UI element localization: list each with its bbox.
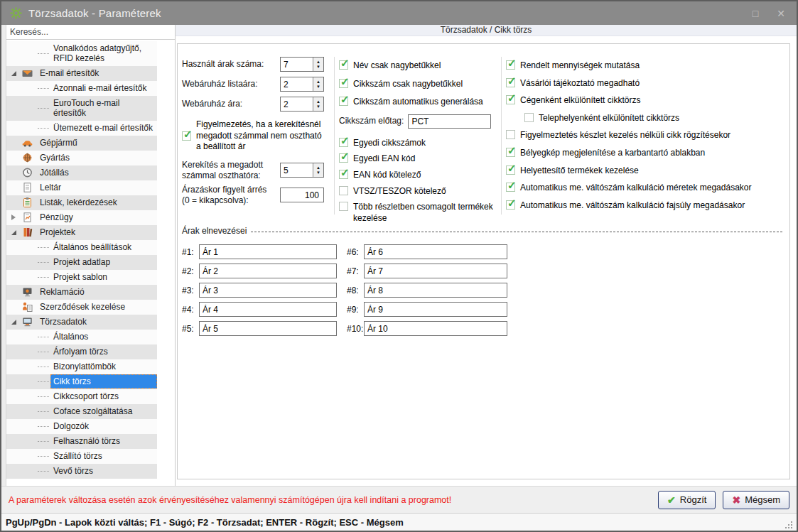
tree-item[interactable]: EuroTouch e-mail értesítők <box>6 96 157 121</box>
tree-item[interactable]: Projektek <box>6 225 157 240</box>
checkbox-row[interactable]: Telephelyenként elkülönített cikktörzs <box>524 112 785 124</box>
tree-item[interactable]: Azonnali e-mail értesítők <box>6 81 157 96</box>
tree-item[interactable]: Dolgozók <box>6 419 157 434</box>
tree-item[interactable]: Ütemezett e-mail értesítők <box>6 121 157 136</box>
tree-item[interactable]: Szerződések kezelése <box>6 300 157 315</box>
checkbox-unchecked[interactable] <box>524 113 534 122</box>
tree-item[interactable]: Coface szolgáltatása <box>6 404 157 419</box>
checkbox-checked[interactable] <box>182 131 191 141</box>
tree-item[interactable]: Szállító törzs <box>6 449 157 464</box>
checkbox-row[interactable]: Egyedi EAN kód <box>339 153 500 165</box>
price-name-input[interactable] <box>364 283 507 298</box>
checkbox-checked[interactable] <box>506 183 515 192</box>
spinner-up-down-icon[interactable]: ▲▼ <box>313 77 323 91</box>
collapse-arrow-icon[interactable] <box>11 230 20 235</box>
checkbox-checked[interactable] <box>506 165 515 175</box>
price-name-input[interactable] <box>199 283 337 298</box>
checkbox-row[interactable]: Helyettesítő termékek kezelése <box>506 165 785 177</box>
tree-item[interactable]: Jótállás <box>6 165 157 180</box>
price-name-input[interactable] <box>199 264 337 278</box>
tree-item[interactable]: Vevő törzs <box>6 464 157 479</box>
checkbox-row[interactable]: Vásárlói tájékoztató megadható <box>506 77 785 89</box>
tree-item[interactable]: Reklamáció <box>6 285 157 300</box>
checkbox-row[interactable]: VTSZ/TESZOR kötelező <box>339 185 500 197</box>
tree-item[interactable]: Általános beállítások <box>6 240 157 255</box>
content-frame: Használt árak száma: 7 ▲▼ Webáruház list… <box>177 43 790 479</box>
sidebar-splitter[interactable] <box>1 25 6 486</box>
checkbox-row[interactable]: Rendelt mennyiségek mutatása <box>506 60 785 72</box>
checkbox-row[interactable]: Egyedi cikkszámok <box>339 137 500 149</box>
checkbox-checked[interactable] <box>339 153 348 163</box>
checkbox-checked[interactable] <box>506 78 515 87</box>
collapse-arrow-icon[interactable] <box>11 71 20 76</box>
rounding-divisor-spinner[interactable]: 5 ▲▼ <box>280 163 324 178</box>
checkbox-unchecked[interactable] <box>339 202 348 211</box>
checkbox-row[interactable]: Név csak nagybetűkkel <box>339 60 500 72</box>
tree-item[interactable]: Törzsadatok <box>6 315 157 330</box>
checkbox-checked[interactable] <box>506 60 515 70</box>
checkbox-checked[interactable] <box>339 79 348 88</box>
price-name-input[interactable] <box>199 321 337 336</box>
checkbox-checked[interactable] <box>339 138 348 147</box>
tree-item[interactable]: Leltár <box>6 180 157 195</box>
checkbox-checked[interactable] <box>339 60 348 70</box>
webshop-listprice-spinner[interactable]: 2 ▲▼ <box>280 77 324 92</box>
spinner-up-down-icon[interactable]: ▲▼ <box>313 163 323 177</box>
checkbox-row[interactable]: Figyelmeztetés készlet kezelés nélküli c… <box>506 129 785 141</box>
tree-item[interactable]: E-mail értesítők <box>6 66 157 81</box>
used-prices-value: 7 <box>281 58 313 71</box>
checkbox-checked[interactable] <box>506 200 515 210</box>
checkbox-checked[interactable] <box>506 95 515 104</box>
tree-item[interactable]: Listák, lekérdezések <box>6 195 157 210</box>
price-name-input[interactable] <box>199 302 337 317</box>
checkbox-row[interactable]: Cikkszám automatikus generálása <box>339 96 500 108</box>
checkbox-row[interactable]: Cikkszám csak nagybetűkkel <box>339 78 500 90</box>
watched-margin-input[interactable] <box>280 188 324 202</box>
tree-item[interactable]: Projekt sablon <box>6 270 157 285</box>
resize-grip[interactable] <box>784 521 794 531</box>
main-area: Törzsadatok / Cikk törzs Használt árak s… <box>175 25 797 486</box>
tree-item[interactable]: Pénzügy <box>6 210 157 225</box>
checkbox-row[interactable]: Bélyegkép megjelenítése a karbantartó ab… <box>506 147 785 159</box>
close-button[interactable]: ✕ <box>777 9 785 18</box>
article-prefix-input[interactable] <box>408 114 491 129</box>
checkbox-row[interactable]: Automatikus me. váltószám kalkuláció faj… <box>506 200 785 212</box>
price-name-input[interactable] <box>364 321 507 336</box>
checkbox-checked[interactable] <box>506 148 515 157</box>
checkbox-checked[interactable] <box>339 170 348 179</box>
save-button[interactable]: ✔ Rögzít <box>658 491 716 509</box>
webshop-price-spinner[interactable]: 2 ▲▼ <box>280 97 324 112</box>
checkbox-row[interactable]: Több részletben csomagolt termékek kezel… <box>339 201 500 224</box>
tree-item[interactable]: Cikkcsoport törzs <box>6 389 157 404</box>
tree-item-label: EuroTouch e-mail értesítők <box>50 96 157 121</box>
used-prices-spinner[interactable]: 7 ▲▼ <box>280 57 324 72</box>
rounding-warning-checkbox-row[interactable]: Figyelmezetés, ha a kerekítésnél megadot… <box>182 119 333 153</box>
tree-item[interactable]: Felhasználó törzs <box>6 434 157 449</box>
price-name-input[interactable] <box>364 244 507 259</box>
search-input[interactable] <box>6 25 175 40</box>
checkbox-row[interactable]: EAN kód kötelező <box>339 169 500 181</box>
expand-arrow-icon[interactable] <box>11 215 20 220</box>
tree-item[interactable]: Általános <box>6 330 157 344</box>
tree-item[interactable]: Projekt adatlap <box>6 255 157 270</box>
maximize-button[interactable]: □ <box>753 9 758 18</box>
checkbox-unchecked[interactable] <box>506 130 515 139</box>
tree-item[interactable]: Vonalkódos adatgyűjtő, RFID kezelés <box>6 41 157 66</box>
price-name-label: #1: <box>182 247 199 257</box>
spinner-up-down-icon[interactable]: ▲▼ <box>313 58 323 71</box>
tree-item[interactable]: Gyártás <box>6 151 157 165</box>
price-name-input[interactable] <box>199 244 337 259</box>
spinner-up-down-icon[interactable]: ▲▼ <box>313 97 323 111</box>
checkbox-row[interactable]: Cégenként elkülönített cikktörzs <box>506 94 785 107</box>
price-name-input[interactable] <box>364 302 507 317</box>
checkbox-row[interactable]: Automatikus me. váltószám kalkuláció mér… <box>506 182 785 194</box>
checkbox-unchecked[interactable] <box>339 186 348 195</box>
price-name-input[interactable] <box>364 264 507 278</box>
cancel-button[interactable]: ✖ Mégsem <box>723 491 789 509</box>
collapse-arrow-icon[interactable] <box>11 320 20 325</box>
tree-item[interactable]: Árfolyam törzs <box>6 344 157 359</box>
checkbox-checked[interactable] <box>339 97 348 106</box>
tree-item[interactable]: Cikk törzs <box>6 374 157 389</box>
tree-item[interactable]: Gépjármű <box>6 136 157 151</box>
tree-item[interactable]: Bizonylattömbök <box>6 359 157 374</box>
